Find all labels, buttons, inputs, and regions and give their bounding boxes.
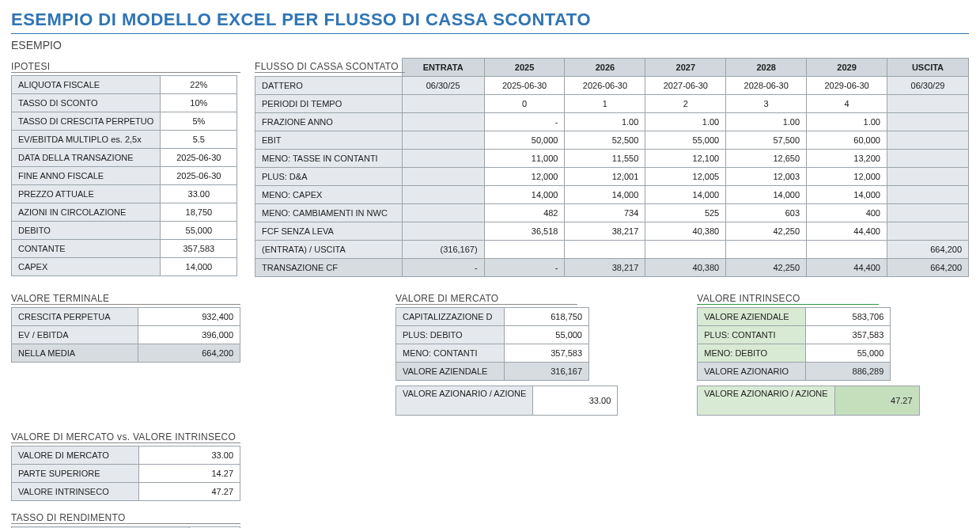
valore-intrinseco-footer: VALORE AZIONARIO / AZIONE 47.27 — [697, 386, 919, 416]
mercato-footer-label: VALORE AZIONARIO / AZIONE — [396, 386, 533, 416]
dcf-cell: 52,500 — [565, 131, 645, 150]
ipotesi-label: PREZZO ATTUALE — [12, 185, 161, 203]
dcf-cell: 12,000 — [807, 168, 887, 186]
dcf-block: FLUSSO DI CASSA SCONTATO ENTRATA20252026… — [255, 56, 969, 277]
dcf-cell: 38,217 — [565, 222, 645, 241]
title-rule — [11, 33, 969, 34]
row-value: 396,000 — [138, 326, 240, 344]
dcf-cell: 3 — [726, 95, 807, 113]
dcf-cell: 14,000 — [565, 186, 645, 204]
tasso-rendimento-block: TASSO DI RENDIMENTO TARGET PRICE AL RIAL… — [11, 512, 240, 528]
dcf-cell: 525 — [645, 204, 726, 222]
dcf-cell: 2027-06-30 — [645, 77, 726, 95]
dcf-cell: 14,000 — [726, 186, 807, 204]
dcf-row-label: TRANSAZIONE CF — [255, 259, 403, 277]
section-heading-ipotesi: IPOTESI — [11, 61, 240, 73]
dcf-header: 2026 — [565, 59, 645, 77]
dcf-cell: 44,400 — [807, 259, 887, 277]
dcf-cell: 12,000 — [484, 168, 565, 186]
dcf-row-label: EBIT — [255, 131, 403, 150]
dcf-cell — [645, 241, 726, 259]
dcf-table: ENTRATA20252026202720282029USCITADATTERO… — [255, 58, 969, 277]
dcf-cell — [402, 204, 484, 222]
dcf-cell — [887, 131, 968, 150]
dcf-cell: 14,000 — [807, 186, 887, 204]
ipotesi-table: ALIQUOTA FISCALE22%TASSO DI SCONTO10%TAS… — [11, 75, 237, 276]
row-label: MENO: CONTANTI — [396, 344, 505, 363]
ipotesi-value: 2025-06-30 — [161, 149, 237, 167]
dcf-row-label: FRAZIONE ANNO — [255, 113, 403, 131]
dcf-cell: 55,000 — [645, 131, 726, 150]
dcf-header: 2027 — [645, 59, 726, 77]
dcf-row-label: MENO: TASSE IN CONTANTI — [255, 150, 403, 168]
dcf-cell — [402, 150, 484, 168]
dcf-row-label: FCF SENZA LEVA — [255, 222, 403, 241]
dcf-cell: 1.00 — [807, 113, 887, 131]
dcf-cell — [726, 241, 807, 259]
dcf-cell: 664,200 — [887, 259, 968, 277]
dcf-cell: 12,003 — [726, 168, 807, 186]
row-label: EV / EBITDA — [12, 326, 138, 344]
dcf-cell: 40,380 — [645, 259, 726, 277]
dcf-cell — [887, 222, 968, 241]
ipotesi-value: 5.5 — [161, 131, 237, 149]
dcf-cell — [807, 241, 887, 259]
dcf-header: USCITA — [887, 59, 968, 77]
dcf-cell: 14,000 — [484, 186, 565, 204]
row-label: VALORE INTRINSECO — [12, 483, 139, 501]
dcf-cell — [887, 204, 968, 222]
valore-mercato-footer: VALORE AZIONARIO / AZIONE 33.00 — [395, 386, 618, 416]
ipotesi-value: 14,000 — [161, 258, 237, 276]
valore-terminale-table: CRESCITA PERPETUA932,400EV / EBITDA396,0… — [11, 307, 240, 363]
dcf-cell: 2025-06-30 — [484, 77, 565, 95]
dcf-cell — [484, 241, 565, 259]
row-label: PLUS: DEBITO — [396, 326, 505, 344]
ipotesi-label: ALIQUOTA FISCALE — [12, 76, 161, 94]
row-value: 14.27 — [138, 465, 240, 483]
ipotesi-label: DEBITO — [12, 222, 161, 240]
dcf-cell — [887, 168, 968, 186]
dcf-cell: 1.00 — [565, 113, 645, 131]
dcf-row-label: PLUS: D&A — [255, 168, 403, 186]
dcf-cell: 664,200 — [887, 241, 968, 259]
row-value: 33.00 — [138, 446, 240, 465]
row-label: CAPITALIZZAZIONE D — [396, 308, 505, 326]
dcf-header: 2029 — [807, 59, 887, 77]
dcf-cell: 1.00 — [645, 113, 726, 131]
dcf-cell: 1.00 — [726, 113, 807, 131]
dcf-cell: 734 — [565, 204, 645, 222]
dcf-cell: 4 — [807, 95, 887, 113]
valore-intrinseco-block: VALORE INTRINSECO VALORE AZIENDALE583,70… — [697, 288, 919, 416]
dcf-cell — [402, 168, 484, 186]
dcf-header: 2025 — [484, 59, 565, 77]
dcf-cell: 2029-06-30 — [807, 77, 887, 95]
ipotesi-value: 2025-06-30 — [161, 167, 237, 185]
dcf-row-label: DATTERO — [255, 77, 403, 95]
dcf-cell: 12,001 — [565, 168, 645, 186]
ipotesi-value: 22% — [161, 76, 237, 94]
dcf-row-label: PERIODI DI TEMPO — [255, 95, 403, 113]
dcf-cell: - — [484, 113, 565, 131]
row-label: VALORE AZIENDALE — [396, 363, 505, 381]
dcf-cell: 400 — [807, 204, 887, 222]
dcf-cell: 44,400 — [807, 222, 887, 241]
ipotesi-label: TASSO DI CRESCITA PERPETUO — [12, 112, 161, 131]
section-heading-mercato: VALORE DI MERCATO — [395, 293, 577, 305]
dcf-cell: 36,518 — [484, 222, 565, 241]
dcf-header: ENTRATA — [402, 59, 484, 77]
ipotesi-value: 357,583 — [161, 240, 237, 258]
valore-mercato-table: CAPITALIZZAZIONE D618,750PLUS: DEBITO55,… — [395, 307, 589, 381]
ipotesi-value: 10% — [161, 94, 237, 112]
dcf-row-label: MENO: CAPEX — [255, 186, 403, 204]
dcf-cell: 2026-06-30 — [565, 77, 645, 95]
ipotesi-value: 33.00 — [161, 185, 237, 203]
dcf-cell: 12,005 — [645, 168, 726, 186]
section-heading-intrinseco: VALORE INTRINSECO — [697, 293, 879, 305]
dcf-cell — [402, 131, 484, 150]
row-label: NELLA MEDIA — [12, 344, 138, 363]
dcf-cell: 603 — [726, 204, 807, 222]
ipotesi-label: CAPEX — [12, 258, 161, 276]
dcf-header: 2028 — [726, 59, 807, 77]
row-label: MENO: DEBITO — [698, 344, 806, 363]
section-heading-terminale: VALORE TERMINALE — [11, 293, 240, 305]
